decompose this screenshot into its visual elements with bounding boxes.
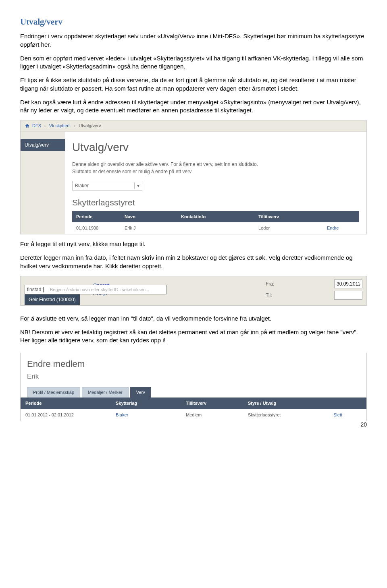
slett-link[interactable]: Slett <box>333 412 342 417</box>
breadcrumb: DFS Vk skytterl. Utvalg/verv <box>21 120 366 132</box>
chevron-right-icon <box>44 123 47 129</box>
panel-description: Denne siden gir oversikt over alle aktiv… <box>72 161 359 175</box>
page-number: 20 <box>360 421 367 429</box>
name-input-placeholder: Begynn å skriv navn eller skytterID i sø… <box>50 287 149 293</box>
cell-tillitsverv: Leder <box>254 222 323 234</box>
col-navn: Navn <box>121 211 177 223</box>
paragraph: Deretter legger man inn fra dato, i felt… <box>20 254 367 270</box>
panel-heading: Utvalg/verv <box>72 140 359 155</box>
table-row: 01.01.2012 - 02.01.2012 Blaker Medlem Sk… <box>21 409 366 421</box>
fra-label: Fra: <box>266 281 330 287</box>
col-action <box>323 211 359 223</box>
til-label: Til: <box>266 292 330 298</box>
sidebar: Utvalg/verv <box>21 132 65 234</box>
cell-navn: Erik J <box>121 222 177 234</box>
name-search-input[interactable]: finstad Begynn å skriv navn eller skytte… <box>25 285 166 294</box>
breadcrumb-leaf: Utvalg/verv <box>79 123 101 129</box>
sidebar-item-utvalg-verv[interactable]: Utvalg/verv <box>21 139 65 151</box>
col-tillitsverv: Tillitsverv <box>254 211 323 223</box>
tab-medaljer[interactable]: Medaljer / Merker <box>82 387 129 398</box>
paragraph: For å legge til ett nytt verv, klikke ma… <box>20 240 367 248</box>
home-icon[interactable] <box>25 123 30 128</box>
chevron-down-icon: ▾ <box>134 182 139 189</box>
paragraph: Et tips er å ikke sette sluttdato på dis… <box>20 76 367 93</box>
section-heading: Skytterlagsstyret <box>72 197 359 208</box>
col-tillitsverv: Tillitsverv <box>181 398 243 409</box>
cell-skytterlag[interactable]: Blaker <box>111 409 181 421</box>
endre-link[interactable]: Endre <box>327 226 339 230</box>
paragraph: Den som er oppført med vervet «leder» i … <box>20 54 367 71</box>
cell-tillitsverv: Medlem <box>181 409 243 421</box>
name-suggestion[interactable]: Geir Finstad (100000) <box>25 294 80 305</box>
screenshot-add-verv: Fra: finstad Begynn å skriv navn eller s… <box>20 276 367 306</box>
cell-periode: 01.01.2012 - 02.01.2012 <box>21 409 111 421</box>
cell-periode: 01.01.1900 <box>72 222 121 234</box>
paragraph: NB! Dersom et verv er feilaktig registre… <box>20 328 367 345</box>
table-row: 01.01.1900 Erik J Leder Endre <box>72 222 359 234</box>
name-input-value: finstad <box>27 287 41 292</box>
col-periode: Periode <box>72 211 121 223</box>
col-styre-utvalg: Styre / Utvalg <box>243 398 329 409</box>
table-header: Periode Skytterlag Tillitsverv Styre / U… <box>21 398 366 409</box>
member-name: Erik <box>27 372 360 381</box>
col-skytterlag: Skytterlag <box>111 398 181 409</box>
cell-kontaktinfo <box>177 222 254 234</box>
paragraph: Det kan også være lurt å endre adressen … <box>20 98 367 115</box>
screenshot-utvalg-verv: DFS Vk skytterl. Utvalg/verv Utvalg/verv… <box>20 120 367 234</box>
paragraph: For å avslutte ett verv, så legger man i… <box>20 315 367 323</box>
tab-profil[interactable]: Profil / Medlemsskap <box>27 387 80 398</box>
page-title: Utvalg/verv <box>20 16 367 27</box>
cell-styre-utvalg: Skytterlagsstyret <box>243 409 329 421</box>
fra-date-input[interactable] <box>334 280 362 288</box>
chevron-right-icon <box>73 123 76 129</box>
til-date-input[interactable] <box>334 291 362 300</box>
screenshot-endre-medlem: Endre medlem Erik Profil / Medlemsskap M… <box>20 353 367 421</box>
select-value: Blaker <box>75 182 89 189</box>
panel-heading: Endre medlem <box>27 358 360 370</box>
paragraph: Endringer i verv oppdaterer skytterlaget… <box>20 32 367 49</box>
col-kontaktinfo: Kontaktinfo <box>177 211 254 223</box>
col-action <box>329 398 366 409</box>
tab-bar: Profil / Medlemsskap Medaljer / Merker V… <box>21 387 366 398</box>
breadcrumb-home[interactable]: DFS <box>32 123 41 129</box>
col-periode: Periode <box>21 398 111 409</box>
skytterlag-select[interactable]: Blaker ▾ <box>72 181 142 190</box>
breadcrumb-mid[interactable]: Vk skytterl. <box>49 123 71 129</box>
table-header: Periode Navn Kontaktinfo Tillitsverv <box>72 211 359 223</box>
tab-verv[interactable]: Verv <box>130 387 151 398</box>
